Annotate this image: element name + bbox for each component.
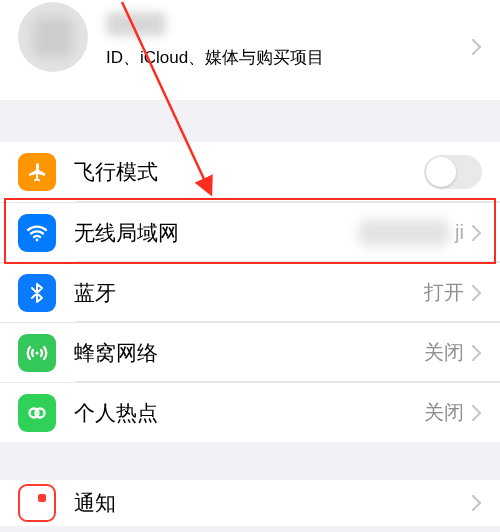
bluetooth-row[interactable]: 蓝牙 打开 [0, 262, 500, 322]
chevron-right-icon [472, 285, 482, 301]
hotspot-value: 关闭 [424, 399, 464, 426]
airplane-icon [18, 153, 56, 191]
hotspot-row[interactable]: 个人热点 关闭 [0, 382, 500, 442]
wifi-row[interactable]: 无线局域网 ji [0, 202, 500, 262]
profile-subtitle: ID、iCloud、媒体与购买项目 [106, 46, 472, 69]
cellular-label: 蜂窝网络 [74, 339, 158, 367]
avatar-placeholder [33, 17, 73, 57]
cellular-row[interactable]: 蜂窝网络 关闭 [0, 322, 500, 382]
wifi-value-suffix: ji [455, 221, 464, 244]
hotspot-icon [18, 394, 56, 432]
bluetooth-label: 蓝牙 [74, 279, 116, 307]
notifications-row[interactable]: 通知 [0, 480, 500, 526]
avatar [18, 2, 88, 72]
chevron-right-icon [472, 405, 482, 421]
chevron-right-icon [472, 345, 482, 361]
bluetooth-icon [18, 274, 56, 312]
chevron-right-icon [472, 495, 482, 511]
chevron-right-icon [472, 225, 482, 241]
profile-text: ID、iCloud、媒体与购买项目 [106, 12, 472, 69]
chevron-right-icon [472, 39, 482, 55]
notifications-label: 通知 [74, 489, 116, 517]
svg-rect-4 [38, 494, 46, 502]
toggle-knob [426, 157, 456, 187]
airplane-mode-row[interactable]: 飞行模式 [0, 142, 500, 202]
airplane-toggle[interactable] [424, 155, 482, 189]
hotspot-label: 个人热点 [74, 399, 158, 427]
cellular-value: 关闭 [424, 339, 464, 366]
notifications-icon [18, 484, 56, 522]
cellular-icon [18, 334, 56, 372]
airplane-label: 飞行模式 [74, 158, 158, 186]
svg-point-1 [35, 351, 38, 354]
svg-point-0 [36, 238, 39, 241]
wifi-icon [18, 214, 56, 252]
wifi-value-redacted [359, 220, 449, 246]
profile-name-redacted [106, 12, 166, 36]
bluetooth-value: 打开 [424, 279, 464, 306]
svg-point-3 [36, 408, 45, 417]
apple-id-row[interactable]: ID、iCloud、媒体与购买项目 [0, 0, 500, 100]
wifi-label: 无线局域网 [74, 219, 179, 247]
